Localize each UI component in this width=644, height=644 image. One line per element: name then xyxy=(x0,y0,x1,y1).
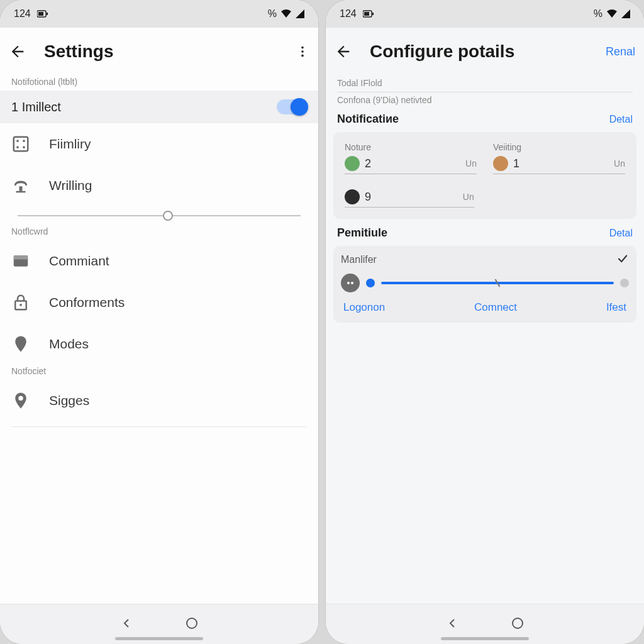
list-label: Sigges xyxy=(49,393,89,408)
divider-slider[interactable] xyxy=(0,206,318,225)
list-item-sigges[interactable]: Sigges xyxy=(0,380,318,421)
status-bar: 124 % xyxy=(326,0,644,28)
svg-point-9 xyxy=(16,146,19,148)
slash-icon xyxy=(495,279,501,287)
slider-start-icon xyxy=(366,279,375,287)
avatar-icon xyxy=(345,189,360,204)
pin-icon xyxy=(11,391,44,410)
grid-icon xyxy=(11,135,44,153)
stat-unit: Un xyxy=(614,158,625,169)
window-icon xyxy=(11,252,44,270)
divider xyxy=(11,426,307,427)
stat-third[interactable]: 9 Un xyxy=(340,184,479,211)
back-icon[interactable] xyxy=(335,43,352,60)
signal-icon xyxy=(296,9,304,18)
list-item-fiimliry[interactable]: Fiimliry xyxy=(0,123,318,165)
slider-thumb-icon[interactable] xyxy=(163,211,173,221)
percent-icon: % xyxy=(594,8,602,19)
action-renal[interactable]: Renal xyxy=(606,45,635,58)
stat-noture[interactable]: Noture 2 Un xyxy=(340,138,482,178)
section-perm: Pemitiule Detal xyxy=(326,221,644,243)
list-item-commiant[interactable]: Commiant xyxy=(0,240,318,282)
svg-point-10 xyxy=(23,146,25,148)
svg-point-23 xyxy=(351,282,353,284)
link-detal[interactable]: Detal xyxy=(609,114,633,125)
battery-icon xyxy=(37,10,48,18)
subtitle-1: Todal IFlold xyxy=(337,75,633,92)
app-bar: Configure potails Renal xyxy=(326,28,644,75)
svg-point-8 xyxy=(23,140,25,142)
stat-unit: Un xyxy=(465,158,477,169)
toggle-imillect[interactable]: 1 Imillect xyxy=(0,91,318,123)
perm-slider[interactable] xyxy=(341,274,629,292)
status-time: 124 xyxy=(14,8,48,19)
section-title: Notificatiие xyxy=(337,113,399,126)
toggle-label: 1 Imillect xyxy=(11,100,61,114)
svg-rect-1 xyxy=(38,12,43,16)
stat-label: Veiiting xyxy=(493,142,625,152)
section-notif: Notificatiие Detal xyxy=(326,108,644,130)
gesture-handle[interactable] xyxy=(441,637,529,640)
stat-unit: Un xyxy=(463,192,474,202)
list-label: Commiant xyxy=(49,253,109,269)
list-item-conforments[interactable]: Conforments xyxy=(0,282,318,323)
svg-point-22 xyxy=(347,282,350,284)
switch-on-icon[interactable] xyxy=(277,99,307,114)
link-detal[interactable]: Detal xyxy=(609,228,633,239)
wifi-icon xyxy=(280,9,292,18)
svg-rect-12 xyxy=(16,191,26,193)
nav-back-icon[interactable] xyxy=(119,616,134,633)
signal-icon xyxy=(621,9,630,18)
subtitle-2: Confona (9'Dia) netivted xyxy=(326,92,644,108)
stat-veiiting[interactable]: Veiiting 1 Un xyxy=(488,138,630,178)
svg-point-24 xyxy=(513,618,523,628)
page-title: Settings xyxy=(44,42,296,62)
nav-home-icon[interactable] xyxy=(510,616,525,633)
gesture-handle[interactable] xyxy=(115,637,203,640)
nav-home-icon[interactable] xyxy=(184,616,199,633)
perm-label: Manlifer xyxy=(341,254,377,265)
section-caption-3: Notfociet xyxy=(0,365,318,380)
list-label: Wrilling xyxy=(49,178,92,193)
slider-end-icon xyxy=(620,279,629,287)
status-bar: 124 % xyxy=(0,0,318,28)
svg-rect-2 xyxy=(47,13,48,15)
svg-point-4 xyxy=(301,50,304,53)
battery-icon xyxy=(363,10,374,18)
nav-back-icon[interactable] xyxy=(445,616,460,633)
list-label: Conforments xyxy=(49,295,125,310)
list-label: Fiimliry xyxy=(49,136,91,152)
stat-label: Noture xyxy=(345,142,477,152)
link-logonon[interactable]: Logonon xyxy=(343,301,385,314)
stat-value: 1 xyxy=(513,157,609,170)
svg-point-17 xyxy=(18,396,23,401)
link-comnect[interactable]: Comnect xyxy=(474,301,517,314)
svg-point-7 xyxy=(16,140,19,142)
section-title: Pemitiule xyxy=(337,226,387,240)
phone-left: 124 % Settings Notifotional (ltblt) 1 Im… xyxy=(0,0,318,644)
section-caption-2: Notflcwrd xyxy=(0,225,318,240)
pin-filled-icon xyxy=(11,335,44,353)
percent-icon: % xyxy=(268,8,277,19)
stats-card: Noture 2 Un Veiiting 1 Un xyxy=(333,132,636,219)
phone-right: 124 % Configure potails Renal Todal IFlo… xyxy=(326,0,644,644)
svg-point-18 xyxy=(187,618,197,628)
perm-card: Manlifer Logonon Comnect Ifest xyxy=(333,246,636,323)
lock-icon xyxy=(11,293,44,312)
check-icon[interactable] xyxy=(616,252,629,267)
svg-rect-14 xyxy=(14,255,28,259)
slider-origin-icon xyxy=(341,274,360,292)
link-ifest[interactable]: Ifest xyxy=(606,301,626,314)
svg-rect-21 xyxy=(372,13,374,15)
list-item-modes[interactable]: Modes xyxy=(0,323,318,365)
app-bar: Settings xyxy=(0,28,318,75)
avatar-icon xyxy=(345,156,360,171)
nav-bar xyxy=(326,604,644,644)
list-item-wrilling[interactable]: Wrilling xyxy=(0,165,318,206)
overflow-icon[interactable] xyxy=(296,45,309,58)
svg-point-5 xyxy=(301,55,304,57)
configure-screen: Configure potails Renal Todal IFlold Con… xyxy=(326,28,644,604)
svg-rect-6 xyxy=(14,137,28,152)
svg-point-3 xyxy=(301,47,304,49)
back-icon[interactable] xyxy=(9,43,26,60)
